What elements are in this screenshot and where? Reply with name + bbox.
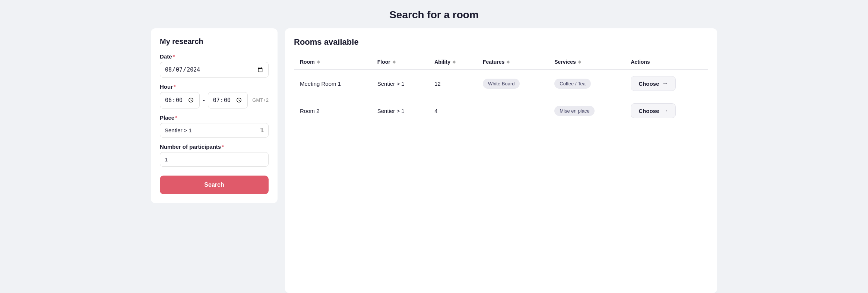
hour-start-input[interactable]: [160, 92, 200, 108]
cell-actions-2: Choose →: [625, 97, 708, 125]
cell-services-2: Mise en place: [548, 97, 625, 125]
sort-features-icon[interactable]: [507, 60, 510, 64]
cell-features-2: [477, 97, 548, 125]
sort-floor-icon[interactable]: [393, 60, 396, 64]
table-head: Room Floor: [294, 54, 708, 70]
sort-services-icon[interactable]: [578, 60, 581, 64]
col-floor: Floor: [371, 54, 428, 70]
left-panel: My research Date* Hour* - GMT+2 Place*: [151, 28, 278, 203]
col-features: Features: [477, 54, 548, 70]
table-row: Meeting Room 1 Sentier > 1 12 White Boar…: [294, 70, 708, 97]
main-layout: My research Date* Hour* - GMT+2 Place*: [143, 28, 725, 293]
date-input[interactable]: [160, 62, 269, 78]
time-row: - GMT+2: [160, 92, 269, 108]
hour-label: Hour*: [160, 84, 269, 90]
hour-field-group: Hour* - GMT+2: [160, 84, 269, 108]
choose-button-2[interactable]: Choose →: [631, 103, 676, 118]
cell-ability-1: 12: [428, 70, 477, 97]
page-title: Search for a room: [0, 0, 868, 28]
date-field-group: Date*: [160, 53, 269, 78]
table-body: Meeting Room 1 Sentier > 1 12 White Boar…: [294, 70, 708, 124]
sort-room-icon[interactable]: [317, 60, 320, 64]
col-room: Room: [294, 54, 371, 70]
cell-floor-2: Sentier > 1: [371, 97, 428, 125]
sort-ability-icon[interactable]: [453, 60, 456, 64]
right-panel: Rooms available Room: [285, 28, 717, 293]
research-panel-title: My research: [160, 37, 269, 46]
arrow-right-icon-2: →: [662, 107, 668, 114]
rooms-available-title: Rooms available: [294, 37, 708, 47]
cell-actions-1: Choose →: [625, 70, 708, 97]
time-separator: -: [203, 97, 205, 104]
cell-ability-2: 4: [428, 97, 477, 125]
col-actions: Actions: [625, 54, 708, 70]
place-field-group: Place* Sentier > 1 Sentier > 2 Sentier >…: [160, 114, 269, 138]
cell-floor-1: Sentier > 1: [371, 70, 428, 97]
cell-room-1: Meeting Room 1: [294, 70, 371, 97]
search-button[interactable]: Search: [160, 176, 269, 194]
rooms-table: Room Floor: [294, 54, 708, 124]
col-services: Services: [548, 54, 625, 70]
participants-label: Number of participants*: [160, 144, 269, 150]
place-label: Place*: [160, 114, 269, 121]
place-select[interactable]: Sentier > 1 Sentier > 2 Sentier > 3: [160, 123, 269, 138]
table-row: Room 2 Sentier > 1 4 Mise en place Choos…: [294, 97, 708, 125]
choose-button-1[interactable]: Choose →: [631, 76, 676, 91]
cell-services-1: Coffee / Tea: [548, 70, 625, 97]
service-badge-coffee: Coffee / Tea: [554, 79, 591, 89]
service-badge-mise: Mise en place: [554, 106, 595, 116]
cell-room-2: Room 2: [294, 97, 371, 125]
cell-features-1: White Board: [477, 70, 548, 97]
hour-end-input[interactable]: [208, 92, 248, 108]
col-ability: Ability: [428, 54, 477, 70]
participants-input[interactable]: [160, 152, 269, 167]
table-header-row: Room Floor: [294, 54, 708, 70]
timezone-badge: GMT+2: [252, 97, 269, 103]
participants-field-group: Number of participants*: [160, 144, 269, 167]
place-select-wrapper: Sentier > 1 Sentier > 2 Sentier > 3 ⇅: [160, 123, 269, 138]
date-label: Date*: [160, 53, 269, 60]
arrow-right-icon: →: [662, 80, 668, 87]
feature-badge-whiteboard: White Board: [483, 79, 520, 89]
